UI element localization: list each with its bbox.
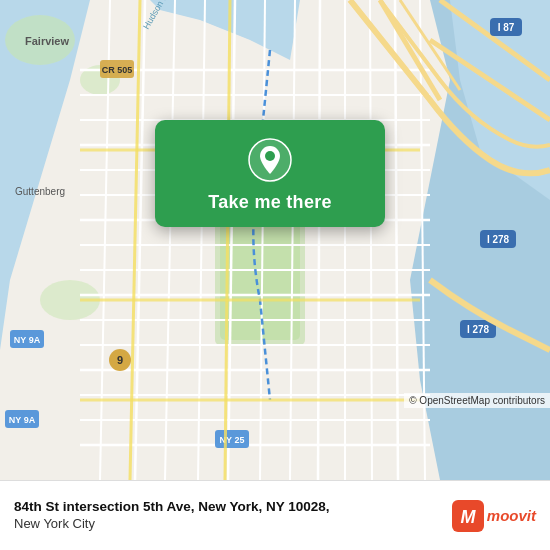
- svg-text:Fairview: Fairview: [25, 35, 69, 47]
- svg-text:CR 505: CR 505: [102, 65, 133, 75]
- location-pin-icon: [248, 138, 292, 182]
- location-title: 84th St intersection 5th Ave, New York, …: [14, 498, 452, 516]
- location-subtitle: New York City: [14, 516, 452, 533]
- svg-text:Guttenberg: Guttenberg: [15, 186, 65, 197]
- osm-attribution: © OpenStreetMap contributors: [404, 393, 550, 408]
- map-svg: I 87 I 278 I 278 NY 9A NY 9A CR 505 NY 2…: [0, 0, 550, 480]
- svg-text:I 87: I 87: [498, 22, 515, 33]
- svg-text:9: 9: [117, 354, 123, 366]
- svg-text:NY 9A: NY 9A: [14, 335, 41, 345]
- map-container: I 87 I 278 I 278 NY 9A NY 9A CR 505 NY 2…: [0, 0, 550, 480]
- moovit-logo: M moovit: [452, 500, 536, 532]
- moovit-icon: M: [452, 500, 484, 532]
- bottom-info-bar: 84th St intersection 5th Ave, New York, …: [0, 480, 550, 550]
- osm-text: © OpenStreetMap contributors: [409, 395, 545, 406]
- svg-text:M: M: [460, 507, 476, 527]
- svg-point-68: [265, 151, 275, 161]
- location-text-block: 84th St intersection 5th Ave, New York, …: [14, 498, 452, 532]
- location-card: Take me there: [155, 120, 385, 227]
- svg-text:I 278: I 278: [487, 234, 510, 245]
- take-me-there-button[interactable]: Take me there: [208, 192, 332, 213]
- svg-text:NY 9A: NY 9A: [9, 415, 36, 425]
- svg-text:NY 25: NY 25: [220, 435, 245, 445]
- svg-text:I 278: I 278: [467, 324, 490, 335]
- moovit-text: moovit: [487, 507, 536, 524]
